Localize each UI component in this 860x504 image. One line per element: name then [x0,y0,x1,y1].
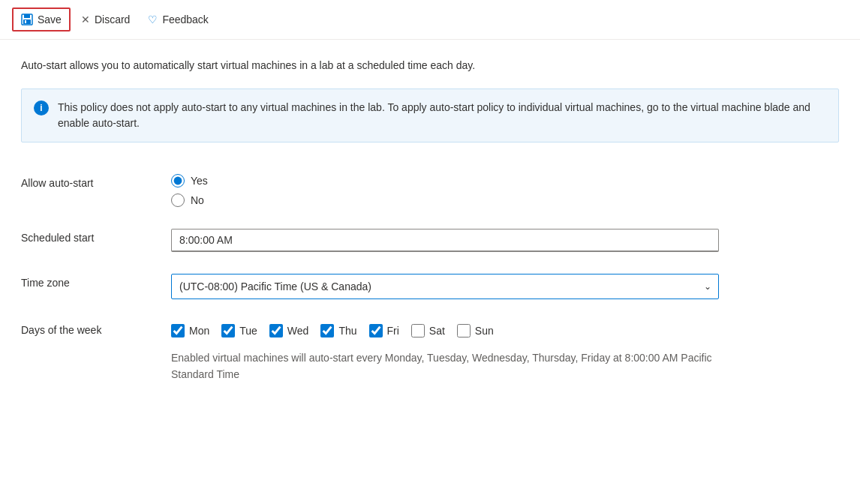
checkbox-sat-label: Sat [429,325,445,337]
checkbox-thu-input[interactable] [320,324,334,338]
radio-yes[interactable]: Yes [171,174,719,188]
svg-rect-2 [23,20,31,24]
form-section: Allow auto-start Yes No Scheduled st [21,164,839,394]
scheduled-start-label: Scheduled start [21,229,171,244]
info-icon: i [34,100,49,116]
radio-yes-label: Yes [191,175,208,187]
allow-autostart-label: Allow auto-start [21,174,171,189]
scheduled-start-row: Scheduled start [21,218,839,263]
svg-rect-1 [24,14,30,18]
scheduled-start-input[interactable] [171,229,719,252]
checkbox-tue-input[interactable] [221,324,235,338]
info-box: i This policy does not apply auto-start … [21,88,839,142]
checkbox-fri-input[interactable] [369,324,383,338]
checkbox-sat[interactable]: Sat [411,324,445,338]
allow-autostart-row: Allow auto-start Yes No [21,164,839,218]
days-of-week-control: Mon Tue Wed Thu [171,321,719,383]
days-of-week-row: Days of the week Mon Tue Wed [21,310,839,394]
discard-icon: ✕ [81,14,90,26]
checkbox-tue[interactable]: Tue [221,324,257,338]
allow-autostart-control: Yes No [171,174,719,207]
checkbox-wed-label: Wed [287,325,309,337]
toolbar: Save ✕ Discard ♡ Feedback [0,0,860,40]
save-icon [21,14,33,26]
timezone-select-wrapper: (UTC-08:00) Pacific Time (US & Canada) (… [171,274,719,299]
feedback-icon: ♡ [148,14,158,26]
timezone-select[interactable]: (UTC-08:00) Pacific Time (US & Canada) (… [171,274,719,299]
radio-no-input[interactable] [171,194,185,207]
checkbox-mon-label: Mon [189,325,209,337]
discard-button[interactable]: ✕ Discard [74,9,137,30]
radio-group-autostart: Yes No [171,174,719,207]
checkbox-sat-input[interactable] [411,324,425,338]
save-label: Save [38,14,62,26]
scheduled-start-control [171,229,719,252]
feedback-label: Feedback [162,14,208,26]
checkbox-mon[interactable]: Mon [171,324,209,338]
days-checkbox-group: Mon Tue Wed Thu [171,321,719,338]
summary-text: Enabled virtual machines will auto-start… [171,350,719,383]
main-content: Auto-start allows you to automatically s… [0,40,860,412]
radio-no[interactable]: No [171,194,719,207]
radio-yes-input[interactable] [171,174,185,188]
timezone-control: (UTC-08:00) Pacific Time (US & Canada) (… [171,274,719,299]
checkbox-sun-label: Sun [475,325,494,337]
checkbox-sun-input[interactable] [457,324,471,338]
days-of-week-label: Days of the week [21,321,171,336]
checkbox-wed[interactable]: Wed [269,324,309,338]
discard-label: Discard [95,14,130,26]
checkbox-tue-label: Tue [239,325,257,337]
page-description: Auto-start allows you to automatically s… [21,58,839,74]
svg-rect-3 [25,20,26,23]
timezone-row: Time zone (UTC-08:00) Pacific Time (US &… [21,263,839,310]
checkbox-wed-input[interactable] [269,324,283,338]
info-box-text: This policy does not apply auto-start to… [58,100,826,131]
checkbox-mon-input[interactable] [171,324,185,338]
save-button[interactable]: Save [12,8,71,32]
timezone-label: Time zone [21,274,171,289]
checkbox-fri[interactable]: Fri [369,324,399,338]
checkbox-fri-label: Fri [387,325,399,337]
checkbox-thu-label: Thu [338,325,356,337]
checkbox-thu[interactable]: Thu [320,324,356,338]
checkbox-sun[interactable]: Sun [457,324,494,338]
feedback-button[interactable]: ♡ Feedback [140,9,215,30]
radio-no-label: No [191,194,204,206]
